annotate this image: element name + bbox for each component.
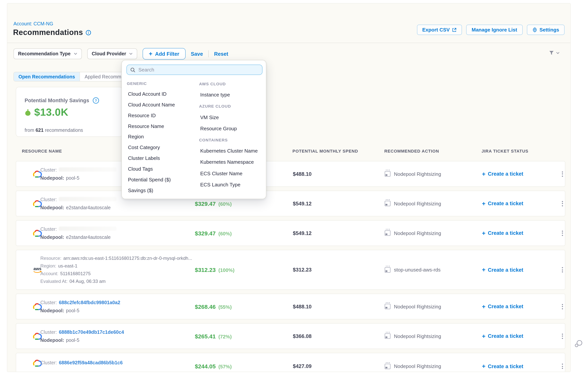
savings-percent: (60%) <box>218 230 232 236</box>
resource-label: Resource: <box>40 256 61 261</box>
create-ticket-button[interactable]: +Create a ticket <box>482 230 523 236</box>
create-ticket-button[interactable]: +Create a ticket <box>482 267 523 273</box>
nodepool-value: e2standar4autoscale <box>66 234 111 240</box>
table-row[interactable]: aws Resource:arn:aws:rds:us-east-1:51161… <box>16 250 565 290</box>
table-row[interactable]: Cluster:6886e92f59a48cad86b5b1c6 $244.05… <box>16 353 565 372</box>
svg-text:?: ? <box>95 98 97 102</box>
info-icon[interactable] <box>86 30 91 35</box>
header-actions: Export CSV Manage Ignore List Settings <box>417 24 564 35</box>
action-label: Nodepool Rightsizing <box>394 230 441 236</box>
dropdown-item[interactable]: Cost Category <box>127 142 198 153</box>
account-value: 511616801275 <box>60 271 90 276</box>
create-ticket-button[interactable]: +Create a ticket <box>482 333 523 339</box>
table-row[interactable]: Cluster:688c2fefc84fbdc99801a0a2 Nodepoo… <box>16 294 565 319</box>
row-menu-button[interactable] <box>560 266 564 274</box>
cluster-link[interactable]: 688c2fefc84fbdc99801a0a2 <box>59 300 120 305</box>
add-filter-label: Add Filter <box>155 51 179 57</box>
dropdown-search-input[interactable] <box>138 67 259 73</box>
savings-value: $268.46 <box>195 303 216 310</box>
row-menu-button[interactable] <box>560 362 564 370</box>
chevron-down-icon <box>556 52 560 54</box>
table-row[interactable]: Cluster: Nodepool:e2standar4autoscale $3… <box>16 190 565 216</box>
support-chat-button[interactable] <box>574 340 582 348</box>
dropdown-search[interactable] <box>126 64 262 75</box>
table-row[interactable]: Cluster: Nodepool:pool-5 $488.10 Nodepoo… <box>16 161 565 187</box>
cluster-label: Cluster: <box>40 300 57 305</box>
help-icon[interactable]: ? <box>92 97 99 104</box>
recommendation-type-filter[interactable]: Recommendation Type <box>14 48 82 59</box>
tab-open-recommendations[interactable]: Open Recommendations <box>14 72 80 81</box>
chat-bubble-icon <box>574 340 582 348</box>
plus-icon: + <box>482 333 486 339</box>
cluster-link[interactable]: 6886e92f59a48cad86b5b1c6 <box>59 360 122 366</box>
dropdown-item[interactable]: Cluster Labels <box>127 153 198 164</box>
dropdown-item[interactable]: Cloud Account ID <box>127 89 198 100</box>
table-row[interactable]: Cluster:6888b1c70e49db17c1de60c4 Nodepoo… <box>16 323 565 349</box>
col-header-jira-ticket-status: JIRA TICKET STATUS <box>482 149 528 153</box>
row-menu-button[interactable] <box>560 199 564 208</box>
nodepool-label: Nodepool: <box>40 205 64 210</box>
save-filter-button[interactable]: Save <box>191 51 203 57</box>
recommendations-table: Cluster: Nodepool:pool-5 $488.10 Nodepoo… <box>16 161 565 372</box>
row-menu-button[interactable] <box>560 170 564 178</box>
action-label: Nodepool Rightsizing <box>394 363 441 369</box>
reset-filter-button[interactable]: Reset <box>214 51 228 57</box>
plus-icon: + <box>482 230 486 236</box>
dropdown-item[interactable]: Instance type <box>199 89 266 100</box>
savings-percent: (60%) <box>218 201 232 207</box>
cluster-label: Cluster: <box>40 226 57 232</box>
nodepool-value: pool-5 <box>66 308 80 313</box>
create-ticket-button[interactable]: +Create a ticket <box>482 363 523 369</box>
row-menu-button[interactable] <box>560 332 564 340</box>
manage-ignore-list-button[interactable]: Manage Ignore List <box>466 24 522 35</box>
dropdown-item[interactable]: ECS Launch Type <box>199 179 266 190</box>
dropdown-item[interactable]: ECS Cluster Name <box>199 168 266 179</box>
evaluated-at-value: 04 Aug, 06:33 am <box>69 279 106 284</box>
nodepool-value: e2standar4autoscale <box>66 205 111 210</box>
dropdown-column-generic: GENERIC Cloud Account ID Cloud Account N… <box>122 78 198 196</box>
dropdown-item[interactable]: Potential Spend ($) <box>127 174 198 185</box>
spend-value: $427.09 <box>293 363 312 369</box>
add-filter-button[interactable]: + Add Filter <box>142 48 186 60</box>
money-bag-icon <box>24 108 32 116</box>
dropdown-item[interactable]: Cloud Account Name <box>127 99 198 110</box>
dropdown-item[interactable]: VM Size <box>199 112 266 123</box>
nodepool-value: pool-5 <box>66 338 80 343</box>
dropdown-item[interactable]: Savings ($) <box>127 185 198 196</box>
dropdown-item[interactable]: Resource Name <box>127 121 198 132</box>
add-filter-dropdown: GENERIC Cloud Account ID Cloud Account N… <box>122 60 266 199</box>
dropdown-item[interactable]: Resource ID <box>127 110 198 121</box>
export-csv-button[interactable]: Export CSV <box>417 24 462 35</box>
spend-value: $366.08 <box>293 333 312 339</box>
action-template-icon <box>385 201 390 206</box>
cloud-provider-filter[interactable]: Cloud Provider <box>87 48 137 59</box>
region-value: us-east-1 <box>58 263 78 269</box>
create-ticket-button[interactable]: +Create a ticket <box>482 200 523 206</box>
savings-value: $329.47 <box>195 230 216 236</box>
table-row[interactable]: Cluster: Nodepool:e2standar4autoscale $3… <box>16 220 565 246</box>
settings-label: Settings <box>540 27 559 33</box>
dropdown-item[interactable]: Cloud Tags <box>127 164 198 174</box>
gear-icon <box>532 27 537 32</box>
row-menu-button[interactable] <box>560 229 564 237</box>
page-title-row: Recommendations <box>13 28 91 37</box>
dropdown-item[interactable]: Resource Group <box>199 123 266 134</box>
savings-amount: $13.0K <box>34 106 68 118</box>
row-menu-button[interactable] <box>560 302 564 311</box>
filter-panel-toggle[interactable] <box>549 50 560 56</box>
action-label: Nodepool Rightsizing <box>394 171 441 177</box>
plus-icon: + <box>482 363 486 369</box>
spend-value: $488.10 <box>293 171 312 177</box>
action-label: Nodepool Rightsizing <box>394 200 441 206</box>
account-breadcrumb[interactable]: Account: CCM-NG <box>14 21 53 26</box>
dropdown-item[interactable]: Kubernetes Cluster Name <box>199 145 266 156</box>
create-ticket-button[interactable]: +Create a ticket <box>482 171 523 177</box>
cloud-provider-label: Cloud Provider <box>92 51 126 56</box>
create-ticket-button[interactable]: +Create a ticket <box>482 304 523 310</box>
action-label: Nodepool Rightsizing <box>394 333 441 339</box>
cluster-link[interactable]: 6888b1c70e49db17c1de60c4 <box>59 329 124 335</box>
settings-button[interactable]: Settings <box>527 24 564 35</box>
savings-percent: (55%) <box>218 304 232 310</box>
dropdown-item[interactable]: Region <box>127 132 198 142</box>
dropdown-item[interactable]: Kubernetes Namespace <box>199 156 266 168</box>
